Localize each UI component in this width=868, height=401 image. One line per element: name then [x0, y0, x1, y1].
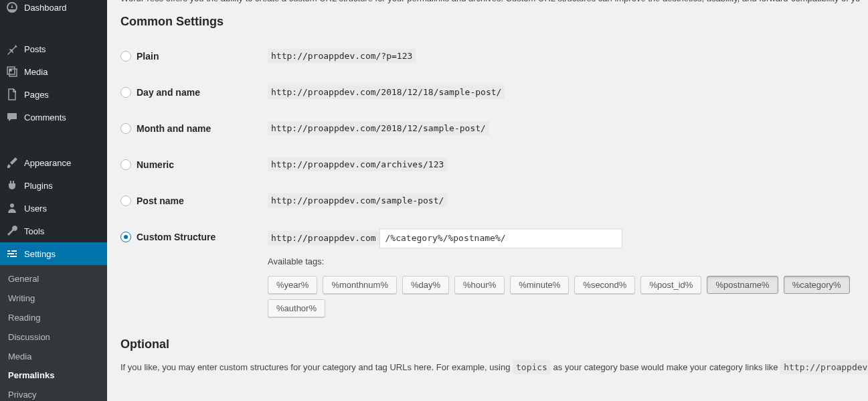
label-plain[interactable]: Plain [137, 51, 159, 62]
optional-description: If you like, you may enter custom struct… [120, 361, 867, 374]
label-post-name[interactable]: Post name [137, 195, 184, 206]
available-tags-list: %year%%monthnum%%day%%hour%%minute%%seco… [268, 276, 867, 317]
tag-button-second[interactable]: %second% [574, 276, 635, 294]
submenu-privacy[interactable]: Privacy [0, 386, 107, 401]
settings-submenu: General Writing Reading Discussion Media… [0, 265, 107, 401]
dashboard-icon [5, 1, 19, 14]
radio-plain[interactable] [120, 51, 131, 62]
option-numeric: Numeric http://proappdev.com/archives/12… [120, 147, 867, 183]
tag-button-post_id[interactable]: %post_id% [640, 276, 701, 294]
comments-icon [5, 110, 19, 124]
option-month-name: Month and name http://proappdev.com/2018… [120, 110, 867, 147]
custom-base-url: http://proappdev.com [268, 231, 379, 245]
url-numeric: http://proappdev.com/archives/123 [268, 157, 447, 171]
submenu-media[interactable]: Media [0, 347, 107, 367]
user-icon [5, 202, 19, 215]
sidebar-item-comments[interactable]: Comments [0, 106, 107, 129]
label-month-name[interactable]: Month and name [137, 123, 211, 134]
brush-icon [5, 156, 19, 169]
sidebar-item-media[interactable]: Media [0, 60, 107, 83]
url-month-name: http://proappdev.com/2018/12/sample-post… [268, 121, 489, 135]
intro-text: WordPress offers you the ability to crea… [120, 0, 867, 5]
label-day-name[interactable]: Day and name [137, 87, 200, 98]
sidebar-item-tools[interactable]: Tools [0, 220, 107, 242]
submenu-discussion[interactable]: Discussion [0, 328, 107, 347]
radio-post-name[interactable] [120, 195, 131, 206]
heading-optional: Optional [120, 337, 867, 351]
heading-common-settings: Common Settings [120, 15, 867, 29]
svg-point-0 [9, 69, 12, 72]
url-post-name: http://proappdev.com/sample-post/ [268, 193, 447, 208]
submenu-general[interactable]: General [0, 270, 107, 289]
sidebar-item-label: Plugins [24, 181, 53, 191]
sidebar-item-label: Media [24, 67, 48, 77]
example-topics-code: topics [513, 360, 551, 374]
sidebar-item-label: Comments [24, 112, 66, 123]
url-day-name: http://proappdev.com/2018/12/18/sample-p… [268, 85, 505, 99]
sidebar-item-label: Appearance [24, 158, 71, 168]
submenu-reading[interactable]: Reading [0, 309, 107, 328]
sidebar-item-label: Dashboard [24, 3, 67, 13]
tag-button-category[interactable]: %category% [784, 276, 850, 294]
radio-month-name[interactable] [120, 123, 131, 134]
option-plain: Plain http://proappdev.com/?p=123 [120, 38, 867, 74]
example-url-code: http://proappdev [780, 360, 868, 374]
svg-point-1 [10, 204, 14, 208]
sidebar-item-dashboard[interactable]: Dashboard [0, 0, 107, 15]
sidebar-item-posts[interactable]: Posts [0, 37, 107, 60]
available-tags-label: Available tags: [268, 256, 867, 266]
tag-button-hour[interactable]: %hour% [454, 276, 505, 294]
submenu-writing[interactable]: Writing [0, 289, 107, 309]
sidebar-item-users[interactable]: Users [0, 197, 107, 220]
content-area: WordPress offers you the ability to crea… [107, 0, 868, 401]
radio-numeric[interactable] [120, 159, 131, 170]
tag-button-year[interactable]: %year% [268, 276, 317, 294]
sliders-icon [5, 247, 19, 260]
tag-button-postname[interactable]: %postname% [707, 276, 778, 294]
option-day-name: Day and name http://proappdev.com/2018/1… [120, 74, 867, 110]
sidebar-item-plugins[interactable]: Plugins [0, 174, 107, 197]
wrench-icon [5, 224, 19, 238]
label-numeric[interactable]: Numeric [137, 159, 174, 170]
sidebar-item-label: Users [24, 204, 47, 214]
sidebar-item-pages[interactable]: Pages [0, 83, 107, 106]
url-plain: http://proappdev.com/?p=123 [268, 49, 416, 63]
sidebar-item-label: Posts [24, 44, 46, 54]
sidebar-item-settings[interactable]: Settings [0, 242, 107, 265]
tag-button-minute[interactable]: %minute% [510, 276, 569, 294]
media-icon [5, 65, 19, 78]
sidebar-item-label: Pages [24, 90, 49, 100]
radio-day-name[interactable] [120, 87, 131, 98]
tag-button-day[interactable]: %day% [402, 276, 449, 294]
radio-custom-structure[interactable] [120, 232, 131, 242]
page-icon [5, 88, 19, 101]
tag-button-monthnum[interactable]: %monthnum% [323, 276, 397, 294]
submenu-permalinks[interactable]: Permalinks [0, 366, 107, 386]
custom-structure-input[interactable] [379, 228, 622, 248]
admin-sidebar: Dashboard Posts Media Pages Comments [0, 0, 107, 401]
sidebar-item-label: Tools [24, 226, 44, 236]
tag-button-author[interactable]: %author% [268, 299, 325, 317]
label-custom-structure[interactable]: Custom Structure [137, 232, 215, 242]
pin-icon [5, 42, 19, 56]
sidebar-item-appearance[interactable]: Appearance [0, 151, 107, 174]
plug-icon [5, 179, 19, 192]
option-custom-structure: Custom Structure http://proappdev.com Av… [120, 219, 867, 320]
sidebar-item-label: Settings [24, 249, 56, 259]
option-post-name: Post name http://proappdev.com/sample-po… [120, 183, 867, 219]
